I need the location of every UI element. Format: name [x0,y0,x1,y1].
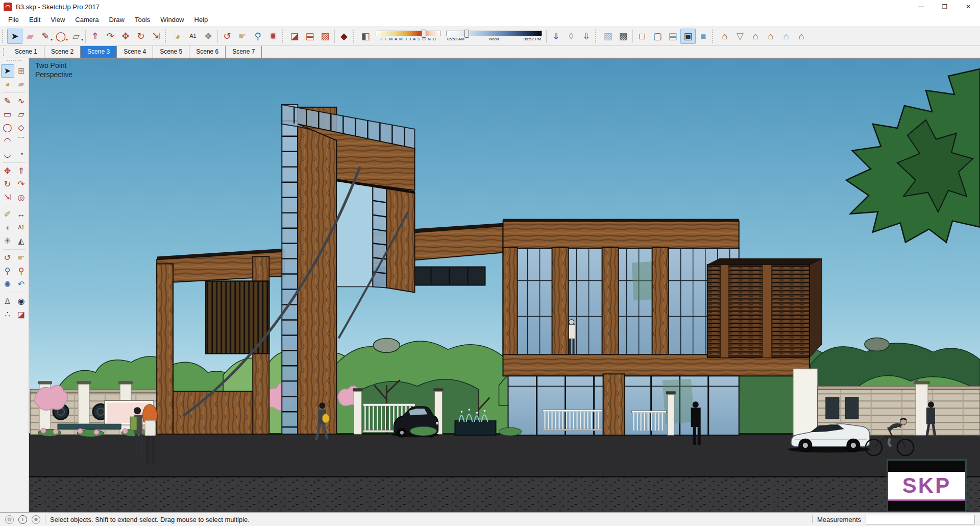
palette-grip[interactable] [7,60,21,63]
follow-me-tool-button[interactable]: ↷ [103,29,118,44]
rotate-tool-button[interactable]: ↻ [1,178,14,191]
sign-in-icon[interactable]: ☻ [32,515,40,524]
three-point-arc-tool-button[interactable]: ◡ [1,148,14,161]
monochrome-style-button[interactable]: ■ [696,29,711,44]
menu-file[interactable]: File [3,14,24,26]
shaded-textures-style-button[interactable]: ▣ [680,29,696,44]
scene-tab-2[interactable]: Scene 2 [44,46,81,58]
pan-tool-button[interactable]: ☛ [15,251,28,265]
arc-tool-button[interactable]: ◠ [1,134,14,148]
axes-tool-button[interactable]: ✳ [1,234,14,248]
select-tool-button[interactable]: ➤ [1,64,14,78]
wireframe-style-button[interactable]: □ [634,29,650,44]
two-point-arc-tool-button[interactable]: ⌒ [15,134,28,148]
zoom-tool-button[interactable]: ⚲ [1,265,14,278]
top-view-button[interactable]: ▽ [732,29,748,44]
paint-bucket-tool-button[interactable]: ◕ [170,29,185,44]
scale-tool-button[interactable]: ⇲ [149,29,164,44]
iso-view-button[interactable]: ⌂ [717,29,732,44]
rotated-rectangle-tool-button[interactable]: ▱ [15,108,28,121]
select-tool-button[interactable]: ➤ [7,29,22,44]
zoom-tool-button[interactable]: ⚲ [250,29,265,44]
zoom-window-tool-button[interactable]: ⚲ [15,265,28,278]
menu-edit[interactable]: Edit [24,14,45,26]
plugin-gem-tool-button[interactable]: ◆ [336,29,352,44]
section-cuts-tool-button[interactable]: ▨ [317,29,333,44]
right-view-button[interactable]: ⌂ [763,29,778,44]
menu-view[interactable]: View [45,14,70,26]
minimize-button[interactable]: — [910,0,933,13]
close-button[interactable]: ✕ [957,0,980,13]
eraser-tool-button[interactable]: ▰ [15,78,28,91]
freehand-tool-button[interactable]: ∿ [15,94,28,108]
shadow-time-handle[interactable] [464,30,469,38]
line-tool-button[interactable]: ✎ [1,94,14,108]
shapes-tool-button[interactable]: ◯▾ [53,29,68,44]
make-component-tool-button[interactable]: ⊞ [15,64,28,78]
geolocation-icon[interactable]: ◍ [5,515,14,524]
model-viewport[interactable]: Two Point Perspective SKP [29,58,980,512]
scene-tab-1[interactable]: Scene 1 [8,46,44,58]
hidden-line-style-button[interactable]: ▢ [650,29,665,44]
tape-measure-tool-button[interactable]: ✐ [1,208,14,221]
dropdown-arrow-icon[interactable]: ▾ [51,37,53,42]
move-tool-button[interactable]: ✥ [118,29,133,44]
paint-bucket-tool-button[interactable]: ◕ [1,78,14,91]
section-display-tool-button[interactable]: ▤ [302,29,317,44]
orbit-tool-button[interactable]: ↺ [1,251,14,265]
circle-tool-button[interactable]: ◯ [1,121,14,134]
line-tool-button[interactable]: ✎▾ [38,29,53,44]
back-edges-style-button[interactable]: ▩ [616,29,631,44]
move-tool-button[interactable]: ✥ [1,164,14,178]
scene-tab-6[interactable]: Scene 6 [189,46,226,58]
text-tool-button[interactable]: A1 [185,29,201,44]
eraser-tool-button[interactable]: ▰ [22,29,38,44]
scene-tab-5[interactable]: Scene 5 [153,46,189,58]
pan-tool-button[interactable]: ☛ [235,29,250,44]
share-model-tool-button[interactable]: ◊ [564,29,579,44]
rotate-tool-button[interactable]: ↻ [133,29,149,44]
shadow-toggle-button[interactable]: ◧ [358,29,373,44]
offset-tool-button[interactable]: ◎ [15,191,28,204]
restore-button[interactable]: ❒ [933,0,957,13]
protractor-tool-button[interactable]: ◖ [1,221,14,234]
scene-tab-3[interactable]: Scene 3 [81,46,117,58]
shadow-time-slider[interactable]: 05:53 AMNoon05:52 PM [446,31,542,41]
menu-tools[interactable]: Tools [130,14,155,26]
section-plane-tool-button[interactable]: ◪ [15,308,28,321]
follow-me-tool-button[interactable]: ↷ [15,178,28,191]
position-camera-tool-button[interactable]: ♙ [1,295,14,308]
dropdown-arrow-icon[interactable]: ▾ [81,37,83,42]
back-view-button[interactable]: ⌂ [778,29,794,44]
shaded-style-button[interactable]: ▤ [665,29,680,44]
shadow-time-bar[interactable] [446,31,542,36]
push-pull-tool-button[interactable]: ⇑ [15,164,28,178]
model-canvas[interactable] [29,59,980,512]
pie-tool-button[interactable]: ◔ [15,148,28,161]
shadow-date-handle[interactable] [422,30,426,38]
left-view-button[interactable]: ⌂ [794,29,809,44]
section-plane-tool-button[interactable]: ◪ [287,29,302,44]
menu-camera[interactable]: Camera [70,14,104,26]
scene-tab-4[interactable]: Scene 4 [117,46,153,58]
rectangle-tool-button[interactable]: ▭ [1,108,14,121]
materials-tool-button[interactable]: ❖ [201,29,216,44]
menu-help[interactable]: Help [189,14,213,26]
orbit-tool-button[interactable]: ↺ [219,29,235,44]
shadow-date-slider[interactable]: J F M A M J J A S O N D [376,31,441,41]
zoom-extents-tool-button[interactable]: ✺ [265,29,281,44]
walk-tool-button[interactable]: ∴ [1,308,14,321]
rectangle-tool-button[interactable]: ▱▾ [68,29,84,44]
measurements-input[interactable] [866,515,975,524]
push-pull-tool-button[interactable]: ⇑ [87,29,103,44]
share-component-tool-button[interactable]: ⇩ [579,29,594,44]
threed-text-tool-button[interactable]: ◭ [15,234,28,248]
shadow-date-bar[interactable] [376,31,441,36]
zoom-extents-tool-button[interactable]: ✺ [1,278,14,291]
get-models-tool-button[interactable]: ⇓ [548,29,564,44]
menu-window[interactable]: Window [155,14,189,26]
previous-view-tool-button[interactable]: ↶ [15,278,28,291]
credits-icon[interactable]: i [18,515,27,524]
look-around-tool-button[interactable]: ◉ [15,295,28,308]
menu-draw[interactable]: Draw [104,14,130,26]
